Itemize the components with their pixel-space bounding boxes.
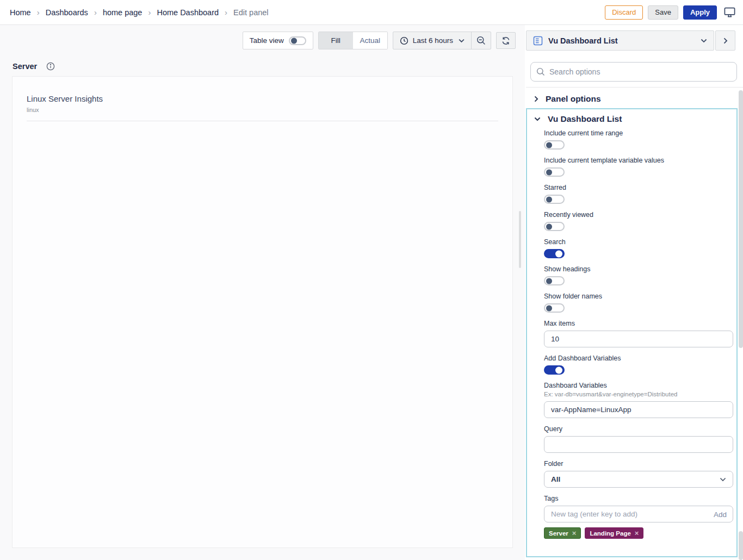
dashboard-list-item[interactable]: Linux Server Insights linux [13,77,512,113]
tag-label: Server [549,530,568,537]
search-input[interactable] [549,67,731,76]
tab-actual[interactable]: Actual [353,32,387,49]
add-dashboard-variables-toggle[interactable] [544,365,565,375]
option-add-dashboard-variables: Add Dashboard Variables [544,354,733,375]
option-query: Query [544,425,733,453]
section-panel-options[interactable]: Panel options [526,89,743,108]
new-tag-input[interactable] [544,506,733,522]
breadcrumb-dashboards[interactable]: Dashboards [46,8,88,17]
panel-title: Server [13,62,37,71]
collapse-sidebar-button[interactable] [715,30,735,51]
tag-server[interactable]: Server × [544,527,581,539]
breadcrumb-separator: › [37,8,40,17]
breadcrumb-separator: › [225,8,227,17]
header-actions: Discard Save Apply [605,5,735,20]
scrollbar-thumb[interactable] [739,90,743,348]
breadcrumb-separator: › [94,8,97,17]
option-label: Include current time range [544,129,733,137]
show-folder-names-toggle[interactable] [544,303,565,313]
panel-header: Server [13,62,55,71]
breadcrumb-edit-panel: Edit panel [233,8,269,17]
chevron-down-icon [720,477,726,482]
divider [526,87,743,88]
time-range-picker[interactable]: Last 6 hours [393,32,471,49]
info-icon[interactable] [46,62,55,71]
time-range-label: Last 6 hours [413,36,453,45]
options-search[interactable] [530,62,737,82]
include-current-time-range-toggle[interactable] [544,140,565,150]
time-controls: Last 6 hours [393,32,491,49]
section-vu-dashboard-list-header[interactable]: Vu Dashboard List [527,109,736,124]
discard-button[interactable]: Discard [605,5,643,20]
section-vu-dashboard-list: Vu Dashboard List Include current time r… [526,108,738,557]
recently-viewed-toggle[interactable] [544,222,565,231]
option-show-folder-names: Show folder names [544,293,733,313]
dashboard-link[interactable]: Linux Server Insights [27,94,498,103]
table-view-switch[interactable] [289,36,306,45]
section-options-body: Include current time range Include curre… [527,124,736,539]
max-items-input[interactable] [544,331,733,347]
close-icon[interactable]: × [572,530,577,537]
apply-button[interactable]: Apply [683,5,717,20]
option-folder: Folder All [544,460,733,488]
tag-landing-page[interactable]: Landing Page × [585,527,643,539]
option-tags: Tags Add Server × Landing Page × [544,495,733,539]
dashboard-variables-input[interactable] [544,401,733,418]
zoom-out-icon [476,36,486,45]
dashboard-folder-label: linux [27,107,498,113]
refresh-icon [501,36,510,45]
option-starred: Starred [544,184,733,204]
section-label: Vu Dashboard List [548,114,622,124]
tab-fill[interactable]: Fill [319,32,353,49]
option-max-items: Max items [544,320,733,347]
add-tag-button[interactable]: Add [714,510,727,518]
option-label: Include current template variable values [544,157,733,164]
visualization-row: Vu Dashboard List [526,30,735,51]
option-show-headings: Show headings [544,265,733,285]
list-divider [27,121,498,121]
option-label: Recently viewed [544,211,733,219]
top-bar: Home › Dashboards › home page › Home Das… [0,0,743,25]
chevron-down-icon [534,117,541,121]
breadcrumb: Home › Dashboards › home page › Home Das… [10,8,269,17]
section-label: Panel options [546,94,601,104]
option-label: Folder [544,460,733,468]
close-icon[interactable]: × [635,530,639,537]
breadcrumb-separator: › [148,8,151,17]
save-button[interactable]: Save [648,5,678,20]
option-hint: Ex: var-db=vusmart&var-enginetype=Distri… [544,391,733,397]
dashboard-list-panel: Linux Server Insights linux [12,76,513,548]
show-headings-toggle[interactable] [544,276,565,285]
refresh-button[interactable] [496,32,516,49]
monitor-icon[interactable] [724,7,735,18]
sidebar-scrollbar[interactable] [738,25,743,560]
option-recently-viewed: Recently viewed [544,211,733,231]
query-input[interactable] [544,436,733,453]
starred-toggle[interactable] [544,195,565,204]
option-search: Search [544,238,733,258]
option-label: Tags [544,495,733,502]
option-label: Show headings [544,265,733,273]
dashboard-list-icon [533,36,543,46]
table-view-toggle[interactable]: Table view [243,32,313,49]
chevron-right-icon [534,96,538,102]
option-label: Query [544,425,733,433]
option-label: Add Dashboard Variables [544,354,733,362]
visualization-picker[interactable]: Vu Dashboard List [526,30,714,51]
search-icon [536,67,545,76]
tags-input-wrap: Add [544,506,733,522]
option-label: Dashboard Variables [544,382,733,389]
pane-resize-handle[interactable] [519,211,521,268]
zoom-out-button[interactable] [471,32,491,49]
include-template-variable-values-toggle[interactable] [544,167,565,177]
option-include-current-time-range: Include current time range [544,129,733,150]
breadcrumb-home-page[interactable]: home page [103,8,143,17]
folder-selected-value: All [551,475,560,483]
breadcrumb-home-dashboard[interactable]: Home Dashboard [157,8,219,17]
scrollbar-thumb[interactable] [739,531,743,560]
folder-select[interactable]: All [544,471,733,488]
search-toggle[interactable] [544,249,565,258]
clock-icon [400,36,408,45]
option-label: Max items [544,320,733,327]
breadcrumb-home[interactable]: Home [10,8,31,17]
